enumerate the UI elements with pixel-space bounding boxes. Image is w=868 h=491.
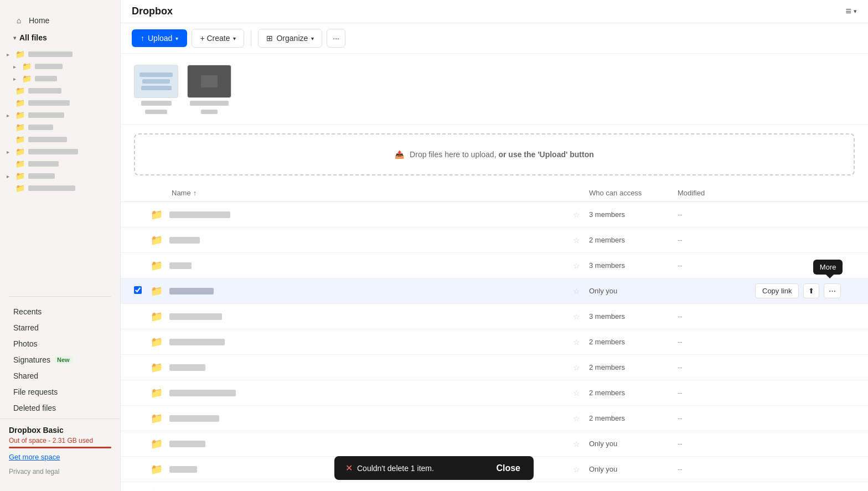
star-icon[interactable]: ☆ xyxy=(573,465,580,474)
sidebar-item-deleted-files[interactable]: Deleted files xyxy=(4,400,116,416)
star-icon[interactable]: ☆ xyxy=(573,414,580,423)
table-row: 📁 ☆ 3 members -- xyxy=(121,304,868,329)
blurred-line xyxy=(142,79,170,84)
table-row: 📁 ☆ 3 members -- xyxy=(121,202,868,228)
share-button[interactable]: ⬆ xyxy=(803,283,819,298)
sidebar-item-home[interactable]: ⌂ Home xyxy=(4,12,116,29)
storage-bar-fill xyxy=(9,447,111,448)
top-bar: Dropbox ≡ ▾ xyxy=(121,0,868,23)
file-name-cell xyxy=(169,313,573,320)
blurred-line xyxy=(140,73,173,77)
access-cell: 2 members xyxy=(589,363,678,371)
sidebar-item-starred[interactable]: Starred xyxy=(4,320,116,335)
drop-zone-subtext: or use the 'Upload' button xyxy=(498,150,593,159)
thumb-meta-2 xyxy=(201,109,218,115)
modified-cell: -- xyxy=(678,440,755,448)
star-icon[interactable]: ☆ xyxy=(573,312,580,321)
column-header-name[interactable]: Name ↑ xyxy=(172,189,589,197)
file-name-cell xyxy=(169,390,573,396)
access-cell: 2 members xyxy=(589,236,678,244)
menu-button[interactable]: ≡ ▾ xyxy=(845,6,857,17)
folder-icon: 📁 xyxy=(151,412,164,425)
star-icon[interactable]: ☆ xyxy=(573,236,580,245)
organize-button[interactable]: ⊞ Organize ▾ xyxy=(258,29,322,48)
star-icon[interactable]: ☆ xyxy=(573,261,580,270)
list-item[interactable]: 📁 xyxy=(2,121,118,133)
more-button[interactable]: ⋯ More xyxy=(824,283,841,298)
get-more-space-link[interactable]: Get more space xyxy=(9,453,111,461)
star-icon[interactable]: ☆ xyxy=(573,389,580,397)
expand-icon: ▸ xyxy=(7,51,13,58)
recents-label: Recents xyxy=(13,307,42,316)
sidebar-item-recents[interactable]: Recents xyxy=(4,304,116,319)
star-icon[interactable]: ☆ xyxy=(573,287,580,296)
create-button[interactable]: + Create ▾ xyxy=(192,29,244,48)
upload-button[interactable]: ↑ Upload ▾ xyxy=(132,29,187,47)
list-item[interactable]: ▸📁 xyxy=(2,48,118,60)
list-item[interactable]: ▸📁 xyxy=(2,73,118,85)
sort-icon: ↑ xyxy=(193,189,197,197)
access-cell: 3 members xyxy=(589,261,678,270)
drop-zone[interactable]: 📤 Drop files here to upload, or use the … xyxy=(134,133,855,175)
folder-icon: 📁 xyxy=(16,172,25,180)
storage-bar xyxy=(9,447,111,448)
sidebar-item-shared[interactable]: Shared xyxy=(4,368,116,384)
star-icon[interactable]: ☆ xyxy=(573,363,580,372)
organize-chevron-icon: ▾ xyxy=(311,35,314,42)
list-item[interactable]: 📁 xyxy=(2,133,118,146)
folder-icon: 📁 xyxy=(151,489,164,492)
preview-area xyxy=(121,54,868,125)
toast-message: Couldn't delete 1 item. xyxy=(357,464,434,473)
star-icon[interactable]: ☆ xyxy=(573,338,580,347)
folder-icon: 📁 xyxy=(16,147,25,156)
sidebar-item-signatures[interactable]: Signatures New xyxy=(4,352,116,368)
folder-icon: 📁 xyxy=(151,387,164,399)
more-tooltip: More xyxy=(813,260,843,275)
name-header-label: Name xyxy=(172,189,191,197)
content-area: 📤 Drop files here to upload, or use the … xyxy=(121,54,868,491)
file-rows-container: 📁 ☆ 3 members -- 📁 ☆ 2 members -- 📁 xyxy=(121,202,868,491)
folder-icon: 📁 xyxy=(151,438,164,450)
file-name-cell xyxy=(169,339,573,345)
access-cell: 2 members xyxy=(589,414,678,422)
file-name-cell xyxy=(169,364,573,371)
expand-icon: ▸ xyxy=(7,173,13,179)
sidebar-account-info: Dropbox Basic Out of space - 2.31 GB use… xyxy=(0,418,120,482)
star-icon[interactable]: ☆ xyxy=(573,210,580,219)
list-item[interactable]: ▸📁 xyxy=(2,109,118,121)
table-row: 📁 ☆ 3 members -- xyxy=(121,253,868,278)
upload-zone-icon: 📤 xyxy=(395,150,404,159)
more-actions-button[interactable]: ··· xyxy=(327,29,345,48)
page-title: Dropbox xyxy=(132,6,173,17)
sidebar-item-photos[interactable]: Photos xyxy=(4,336,116,352)
toast-close-button[interactable]: Close xyxy=(494,463,523,473)
row-checkbox[interactable] xyxy=(134,286,142,294)
list-item[interactable]: 📁 xyxy=(2,182,118,194)
star-icon[interactable]: ☆ xyxy=(573,440,580,448)
modified-cell: -- xyxy=(678,210,755,219)
sidebar-item-file-requests[interactable]: File requests xyxy=(4,384,116,400)
list-item[interactable]: ▸📁 xyxy=(2,170,118,182)
list-item[interactable]: ▸📁 xyxy=(2,60,118,73)
list-item[interactable]: 📁 xyxy=(2,158,118,170)
hamburger-icon: ≡ xyxy=(845,6,851,17)
expand-icon: ▸ xyxy=(7,149,13,155)
access-cell: Only you xyxy=(589,440,678,448)
table-row: 📁 ☆ 2 members -- xyxy=(121,355,868,380)
list-item[interactable]: 📁 xyxy=(2,97,118,109)
file-list-header: Name ↑ Who can access Modified xyxy=(121,184,868,202)
folder-icon: 📁 xyxy=(151,285,164,297)
create-chevron-icon: ▾ xyxy=(233,35,236,42)
sidebar-item-all-files[interactable]: ▾ All files xyxy=(4,30,116,45)
list-item[interactable]: ▸📁 xyxy=(2,146,118,158)
file-name-cell xyxy=(169,237,573,244)
folder-icon: 📁 xyxy=(151,463,164,476)
toolbar-divider xyxy=(251,30,251,46)
plan-label: Dropbox Basic xyxy=(9,426,111,435)
folder-icon: 📁 xyxy=(151,361,164,374)
file-tree-list: ▸📁 ▸📁 ▸📁 📁 📁 ▸📁 📁 📁 ▸📁 📁 ▸📁 📁 xyxy=(0,48,120,194)
list-item[interactable]: 📁 xyxy=(2,85,118,97)
preview-thumb-1 xyxy=(134,65,178,115)
privacy-legal-link[interactable]: Privacy and legal xyxy=(9,468,111,476)
copy-link-button[interactable]: Copy link xyxy=(755,283,799,298)
